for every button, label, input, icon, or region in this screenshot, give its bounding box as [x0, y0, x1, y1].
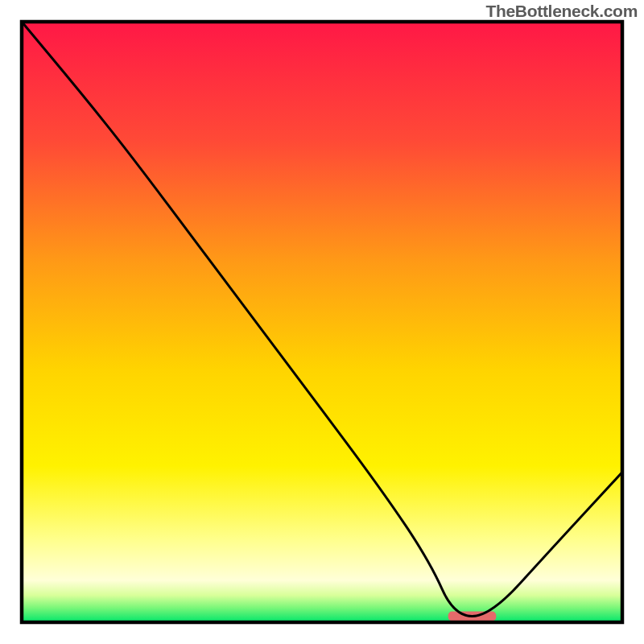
gradient-background	[22, 22, 622, 622]
bottleneck-chart	[0, 0, 644, 644]
watermark-text: TheBottleneck.com	[485, 2, 638, 21]
